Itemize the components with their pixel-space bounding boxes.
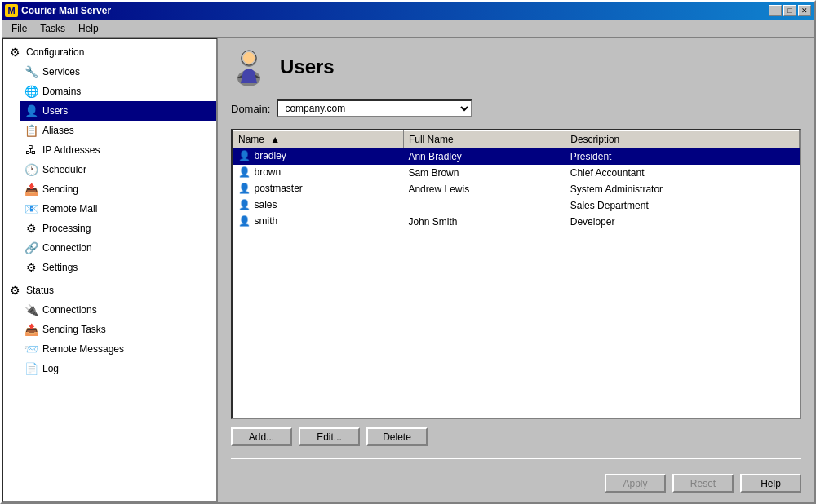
sidebar-item-log[interactable]: 📄 Log (20, 359, 216, 378)
table-header-row: Name ▲ Full Name Description (233, 131, 800, 148)
status-icon: ⚙ (7, 282, 23, 298)
sidebar-domains-label: Domains (42, 86, 81, 97)
column-header-fullname[interactable]: Full Name (403, 131, 565, 148)
page-header: Users (231, 47, 801, 86)
cell-description: Developer (565, 214, 800, 230)
sidebar-users-label: Users (42, 105, 68, 117)
table-row[interactable]: 👤bradleyAnn BradleyPresident (233, 148, 800, 166)
sidebar-item-connection[interactable]: 🔗 Connection (20, 238, 216, 258)
connections-icon: 🔌 (23, 302, 39, 318)
sidebar-remote-mail-label: Remote Mail (42, 203, 97, 214)
sidebar-services-label: Services (42, 66, 80, 77)
sending-icon: 📤 (23, 181, 39, 197)
users-table-body: 👤bradleyAnn BradleyPresident👤brownSam Br… (233, 148, 800, 231)
main-window: M Courier Mail Server — □ ✕ File Tasks H… (0, 0, 816, 504)
sidebar-item-users[interactable]: 👤 Users (20, 101, 216, 121)
sidebar-item-settings[interactable]: ⚙ Settings (20, 258, 216, 277)
ip-addresses-icon: 🖧 (23, 142, 39, 158)
sidebar-connections-label: Connections (42, 304, 97, 316)
cell-name: 👤sales (233, 197, 404, 214)
close-button[interactable]: ✕ (798, 5, 811, 16)
cell-description: President (565, 148, 800, 166)
minimize-button[interactable]: — (769, 5, 782, 16)
sidebar-item-status[interactable]: ⚙ Status (3, 281, 216, 300)
processing-icon: ⚙ (23, 220, 39, 237)
svg-point-3 (243, 52, 255, 64)
sidebar-scheduler-label: Scheduler (42, 164, 86, 175)
table-row[interactable]: 👤brownSam BrownChief Accountant (233, 165, 800, 181)
sidebar-settings-label: Settings (42, 262, 78, 273)
page-title: Users (280, 55, 335, 78)
sidebar-item-connections[interactable]: 🔌 Connections (20, 300, 216, 320)
cell-fullname: Andrew Lewis (403, 181, 565, 197)
help-button[interactable]: Help (740, 474, 801, 493)
table-row[interactable]: 👤smithJohn SmithDeveloper (233, 214, 800, 230)
cell-description: Sales Department (565, 197, 800, 214)
sidebar-item-remote-messages[interactable]: 📨 Remote Messages (20, 339, 216, 359)
reset-button[interactable]: Reset (672, 474, 734, 493)
log-icon: 📄 (23, 360, 39, 377)
connection-icon: 🔗 (23, 240, 39, 256)
sidebar-item-configuration[interactable]: ⚙ Configuration (3, 42, 216, 62)
sidebar-log-label: Log (42, 363, 59, 374)
window-title: Courier Mail Server (21, 5, 769, 16)
sidebar-item-scheduler[interactable]: 🕐 Scheduler (20, 160, 216, 179)
sidebar-item-services[interactable]: 🔧 Services (20, 62, 216, 82)
action-buttons-row: Add... Edit... Delete (231, 427, 801, 446)
cell-fullname: John Smith (403, 214, 565, 230)
domain-row: Domain: company.com (231, 99, 801, 117)
users-page-icon (231, 47, 270, 86)
cell-name: 👤bradley (233, 148, 404, 166)
users-table-wrapper: Name ▲ Full Name Description 👤b (231, 129, 801, 419)
sidebar: ⚙ Configuration 🔧 Services 🌐 Domains 👤 U… (2, 38, 218, 502)
title-bar: M Courier Mail Server — □ ✕ (2, 2, 814, 20)
sidebar-item-aliases[interactable]: 📋 Aliases (20, 121, 216, 140)
sidebar-item-ip-addresses[interactable]: 🖧 IP Addresses (20, 140, 216, 160)
sidebar-item-domains[interactable]: 🌐 Domains (20, 82, 216, 101)
apply-button[interactable]: Apply (605, 474, 666, 493)
sidebar-config-children: 🔧 Services 🌐 Domains 👤 Users 📋 Aliases 🖧 (20, 62, 216, 277)
sidebar-status-children: 🔌 Connections 📤 Sending Tasks 📨 Remote M… (20, 300, 216, 378)
sidebar-item-remote-mail[interactable]: 📧 Remote Mail (20, 199, 216, 219)
cell-fullname: Sam Brown (403, 165, 565, 181)
cell-name: 👤smith (233, 214, 404, 230)
sidebar-connection-label: Connection (42, 242, 92, 254)
aliases-icon: 📋 (23, 122, 39, 139)
cell-fullname: Ann Bradley (403, 148, 565, 166)
add-button[interactable]: Add... (231, 427, 292, 446)
sidebar-item-sending[interactable]: 📤 Sending (20, 179, 216, 199)
column-header-description[interactable]: Description (565, 131, 800, 148)
sidebar-configuration-label: Configuration (26, 46, 84, 58)
sidebar-sending-tasks-label: Sending Tasks (42, 324, 106, 335)
remote-messages-icon: 📨 (23, 341, 39, 357)
cell-name: 👤postmaster (233, 181, 404, 197)
sidebar-aliases-label: Aliases (42, 125, 74, 136)
user-row-icon: 👤 (238, 150, 251, 163)
cell-name: 👤brown (233, 165, 404, 181)
cell-description: System Administrator (565, 181, 800, 197)
menu-help[interactable]: Help (72, 21, 105, 36)
cell-description: Chief Accountant (565, 165, 800, 181)
domain-label: Domain: (231, 103, 270, 115)
menu-tasks[interactable]: Tasks (33, 21, 72, 36)
sidebar-item-processing[interactable]: ⚙ Processing (20, 219, 216, 238)
domain-select-wrapper: company.com (277, 99, 472, 117)
table-row[interactable]: 👤salesSales Department (233, 197, 800, 214)
column-header-name[interactable]: Name ▲ (233, 131, 404, 148)
settings-icon: ⚙ (23, 259, 39, 276)
user-row-icon: 👤 (238, 166, 251, 179)
bottom-buttons-row: Apply Reset Help (231, 474, 801, 493)
configuration-icon: ⚙ (7, 44, 23, 60)
menu-file[interactable]: File (5, 21, 33, 36)
domain-select[interactable]: company.com (277, 99, 472, 117)
sidebar-item-sending-tasks[interactable]: 📤 Sending Tasks (20, 320, 216, 339)
delete-button[interactable]: Delete (366, 427, 428, 446)
maximize-button[interactable]: □ (783, 5, 796, 16)
table-row[interactable]: 👤postmasterAndrew LewisSystem Administra… (233, 181, 800, 197)
services-icon: 🔧 (23, 64, 39, 80)
users-icon: 👤 (23, 103, 39, 119)
user-row-icon: 👤 (238, 215, 251, 228)
sidebar-ip-label: IP Addresses (42, 144, 100, 156)
sidebar-sending-label: Sending (42, 183, 78, 195)
edit-button[interactable]: Edit... (299, 427, 360, 446)
